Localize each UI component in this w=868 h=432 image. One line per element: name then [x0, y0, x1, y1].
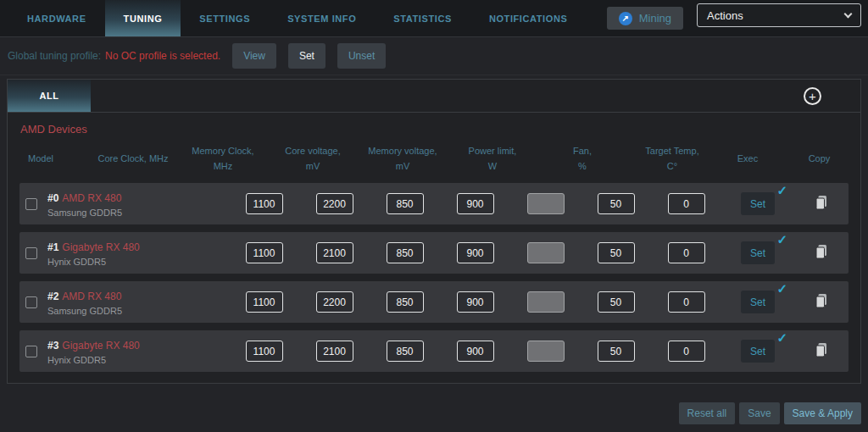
power-limit-input: [527, 242, 565, 263]
mining-icon: ↗: [619, 12, 632, 25]
core-clock-input[interactable]: [246, 291, 283, 313]
tab-hardware[interactable]: HARDWARE: [8, 0, 105, 36]
mining-button[interactable]: ↗ Mining: [607, 7, 683, 30]
save-button[interactable]: Save: [739, 402, 779, 424]
power-limit-cell: [510, 242, 581, 263]
column-header-exec: Exec: [717, 152, 778, 167]
row-checkbox[interactable]: [25, 247, 37, 259]
fan-cell: [581, 341, 651, 362]
table-row: #1Gigabyte RX 480Hynix GDDR5Set✓: [19, 232, 849, 274]
table-header: ModelCore Clock, MHzMemory Clock,MHzCore…: [8, 136, 860, 183]
core-voltage-input[interactable]: [387, 242, 424, 263]
column-header-model: Model: [8, 152, 88, 167]
set-button[interactable]: Set✓: [741, 291, 775, 313]
model-cell: #3Gigabyte RX 480Hynix GDDR5: [19, 336, 229, 366]
model-cell: #2AMD RX 480Samsung GDDR5: [19, 287, 229, 317]
core-clock-input[interactable]: [246, 341, 283, 362]
memory-voltage-cell: [440, 291, 510, 313]
column-header-memory-voltage: Memory voltage,mV: [358, 144, 448, 174]
chevron-down-icon: [844, 9, 853, 18]
set-button[interactable]: Set✓: [741, 192, 775, 215]
unset-button[interactable]: Unset: [337, 43, 386, 69]
fan-cell: [581, 193, 651, 214]
set-profile-button[interactable]: Set: [288, 43, 326, 69]
model-label: #2AMD RX 480Samsung GDDR5: [47, 287, 122, 317]
memory-voltage-input[interactable]: [457, 242, 494, 263]
power-limit-input: [527, 341, 565, 362]
top-nav: HARDWARETUNINGSETTINGSSYSTEM INFOSTATIST…: [0, 0, 868, 37]
core-clock-cell: [229, 341, 299, 362]
actions-dropdown[interactable]: Actions: [697, 3, 861, 27]
tab-statistics[interactable]: STATISTICS: [375, 0, 470, 36]
copy-icon[interactable]: [815, 342, 828, 361]
memory-clock-input[interactable]: [316, 291, 353, 313]
row-checkbox[interactable]: [25, 296, 37, 308]
tuning-panel: ALL + AMD Devices ModelCore Clock, MHzMe…: [7, 79, 861, 384]
oc-profile-status: No OC profile is selected.: [105, 50, 220, 62]
target-temp-input[interactable]: [668, 193, 705, 214]
copy-cell: [794, 244, 849, 263]
core-voltage-cell: [370, 193, 440, 214]
tab-all[interactable]: ALL: [8, 80, 91, 112]
memory-clock-input[interactable]: [316, 193, 353, 214]
copy-icon[interactable]: [815, 293, 828, 312]
model-cell: #0AMD RX 480Samsung GDDR5: [19, 189, 229, 219]
memory-voltage-cell: [440, 242, 510, 263]
column-header-core-clock-mhz: Core Clock, MHz: [88, 152, 178, 167]
amd-devices-heading: AMD Devices: [20, 123, 860, 136]
memory-voltage-cell: [440, 341, 510, 362]
check-icon: ✓: [776, 281, 787, 296]
add-profile-button[interactable]: +: [804, 87, 821, 105]
core-clock-input[interactable]: [246, 193, 283, 214]
tab-settings[interactable]: SETTINGS: [181, 0, 269, 36]
tab-tuning[interactable]: TUNING: [105, 0, 181, 36]
memory-clock-cell: [299, 242, 370, 263]
tab-notifications[interactable]: NOTIFICATIONS: [470, 0, 587, 36]
fan-cell: [581, 242, 651, 263]
gpu-memory-type: Samsung GDDR5: [47, 207, 122, 219]
memory-voltage-input[interactable]: [457, 341, 494, 362]
model-label: #1Gigabyte RX 480Hynix GDDR5: [47, 238, 140, 268]
nav-tabs: HARDWARETUNINGSETTINGSSYSTEM INFOSTATIST…: [0, 0, 586, 36]
tab-system-info[interactable]: SYSTEM INFO: [269, 0, 375, 36]
core-voltage-input[interactable]: [387, 291, 424, 313]
core-clock-cell: [229, 242, 299, 263]
copy-icon[interactable]: [815, 195, 828, 213]
target-temp-cell: [651, 193, 721, 214]
memory-clock-cell: [299, 291, 370, 313]
gpu-index: #2: [47, 291, 58, 302]
set-button[interactable]: Set✓: [741, 241, 775, 264]
fan-input[interactable]: [598, 291, 635, 313]
column-header-power-limit: Power limit,W: [448, 144, 537, 174]
core-voltage-input[interactable]: [387, 341, 424, 362]
power-limit-cell: [510, 291, 581, 313]
row-checkbox[interactable]: [25, 198, 37, 210]
target-temp-input[interactable]: [668, 341, 705, 362]
save-apply-button[interactable]: Save & Apply: [784, 402, 861, 424]
view-button[interactable]: View: [232, 43, 276, 69]
actions-dropdown-value: Actions: [707, 9, 743, 22]
check-icon: ✓: [776, 232, 787, 247]
row-checkbox[interactable]: [25, 346, 37, 357]
footer-actions: Reset all Save Save & Apply: [679, 402, 861, 424]
target-temp-input[interactable]: [668, 291, 705, 313]
core-voltage-input[interactable]: [387, 193, 424, 214]
gpu-memory-type: Samsung GDDR5: [47, 305, 122, 317]
memory-voltage-input[interactable]: [457, 291, 494, 313]
set-button[interactable]: Set✓: [741, 340, 775, 363]
target-temp-input[interactable]: [668, 242, 705, 263]
fan-input[interactable]: [598, 193, 635, 214]
gpu-memory-type: Hynix GDDR5: [47, 256, 140, 268]
target-temp-cell: [651, 291, 721, 313]
reset-all-button[interactable]: Reset all: [679, 402, 736, 424]
panel-tabstrip: ALL +: [8, 80, 860, 113]
fan-input[interactable]: [598, 341, 635, 362]
memory-clock-input[interactable]: [316, 341, 353, 362]
exec-cell: Set✓: [721, 291, 794, 313]
memory-clock-cell: [299, 193, 370, 214]
copy-icon[interactable]: [815, 244, 828, 263]
fan-input[interactable]: [598, 242, 635, 263]
memory-clock-input[interactable]: [316, 242, 353, 263]
core-clock-input[interactable]: [246, 242, 283, 263]
memory-voltage-input[interactable]: [457, 193, 494, 214]
